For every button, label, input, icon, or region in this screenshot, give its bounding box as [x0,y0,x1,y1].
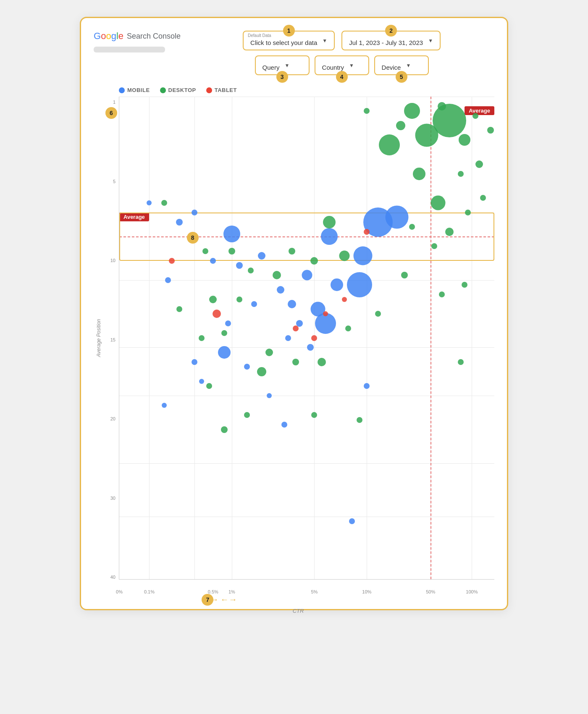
y-axis-label: Average Position [94,97,102,580]
tablet-dot [206,87,212,93]
bubble-mobile-14 [192,210,197,215]
badge-6-area: 6 → [105,108,113,117]
x-tick-100: 100% [466,589,478,594]
controls-row1: 1 Default Data Click to select your data… [189,31,494,50]
chart-container: 6 → Average Position 1 5 10 15 20 30 40 [94,97,494,592]
bubble-desktop-45 [221,426,228,433]
country-dropdown-arrow: ▼ [349,63,354,68]
bubble-desktop-19 [409,224,415,230]
desktop-label: DESKTOP [168,87,196,93]
grid-h-20 [119,396,494,396]
bubble-mobile-2 [385,206,408,229]
bubble-desktop-42 [257,367,266,376]
bubble-desktop-20 [323,216,336,228]
logo: Google Search Console [94,31,181,42]
y-tick-30: 30 [102,496,118,501]
bubble-desktop-48 [311,412,317,418]
bubble-mobile-18 [236,262,243,269]
g-letter-o2: o [106,31,111,41]
bubble-desktop-15 [364,108,370,114]
legend-tablet: TABLET [206,87,237,93]
chart-inner: 1 5 10 15 20 30 40 [102,97,494,592]
date-label: Jul 1, 2023 - July 31, 2023 [349,35,423,46]
query-selector-wrapper: Query ▼ 3 [255,55,310,75]
x-tick-01: 0.1% [144,589,155,594]
controls-row2: Query ▼ 3 Country ▼ 4 Device [189,55,494,75]
bubble-tablet-4 [311,335,317,341]
bubble-mobile-26 [244,364,250,370]
main-card: Google Search Console 1 Default Data Cli… [80,17,508,610]
y-axis: 1 5 10 15 20 30 40 [102,100,118,580]
bubble-desktop-39 [401,272,408,278]
grid-h-5 [119,213,494,213]
bubble-mobile-17 [165,277,171,283]
bubble-desktop-21 [339,251,349,261]
mobile-label: MOBILE [127,87,150,93]
y-tick-20: 20 [102,417,118,421]
google-logo: Google [94,31,123,42]
bubble-desktop-40 [439,291,445,297]
g-letter-o1: o [101,31,106,41]
avg-v-line [430,97,431,579]
bubble-desktop-4 [459,134,470,146]
logo-subtitle-bar [94,47,165,52]
y-tick-40: 40 [102,575,118,580]
bubble-mobile-30 [281,422,287,428]
bubble-mobile-19 [258,252,265,260]
avg-label-right: Average [465,106,494,115]
bubble-mobile-33 [349,518,355,524]
x-tick-50: 50% [426,589,435,594]
bubble-mobile-22 [285,335,291,341]
bubble-mobile-21 [307,344,314,351]
badge-4: 4 [336,71,348,83]
bubble-mobile-8 [302,270,312,281]
bubble-desktop-47 [458,359,464,365]
bubble-desktop-25 [248,268,254,273]
bubble-desktop-9 [472,113,478,119]
legend-mobile: MOBILE [119,87,150,93]
bubble-desktop-7 [475,160,483,168]
bubble-mobile-4 [347,272,372,297]
bubble-desktop-30 [209,296,217,303]
g-letter-e: e [118,31,123,41]
bubble-mobile-10 [277,286,284,294]
bubble-mobile-29 [267,393,272,398]
header: Google Search Console 1 Default Data Cli… [94,31,494,75]
badge-3: 3 [276,71,288,83]
y-tick-10: 10 [102,258,118,263]
bubble-mobile-15 [147,200,152,205]
bubble-mobile-16 [210,258,216,264]
search-console-text: Search Console [127,32,181,41]
bubble-desktop-27 [161,200,167,206]
avg-h-line [119,236,494,237]
y-tick-5: 5 [102,179,118,184]
mobile-dot [119,87,125,93]
bubble-tablet-3 [293,326,299,331]
bubble-desktop-28 [202,248,208,254]
bubble-mobile-6 [331,278,343,291]
bubble-tablet-7 [342,297,347,302]
bubble-desktop-44 [244,412,250,418]
bubble-desktop-8 [487,127,494,134]
grid-h-30 [119,463,494,464]
query-label: Query [262,60,280,71]
bubble-desktop-24 [273,271,281,279]
bubble-tablet-1 [169,258,175,264]
badge-8: 8 [187,232,199,244]
country-selector-wrapper: Country ▼ 4 [315,55,369,75]
chart-plot: Average Average [119,97,494,580]
bubble-desktop-41 [462,282,467,288]
bubble-desktop-46 [357,417,362,423]
bubble-desktop-16 [480,195,486,201]
tablet-label: TABLET [215,87,237,93]
bubble-desktop-32 [199,335,205,341]
badge-2: 2 [385,25,397,37]
bubble-desktop-31 [176,306,182,312]
bubble-mobile-24 [225,320,231,326]
y-tick-15: 15 [102,338,118,342]
bubble-tablet-6 [364,229,370,235]
bubble-tablet-2 [213,310,221,318]
g-letter-g2: g [111,31,116,41]
g-letter-g: G [94,31,101,41]
device-label: Device [382,60,401,71]
